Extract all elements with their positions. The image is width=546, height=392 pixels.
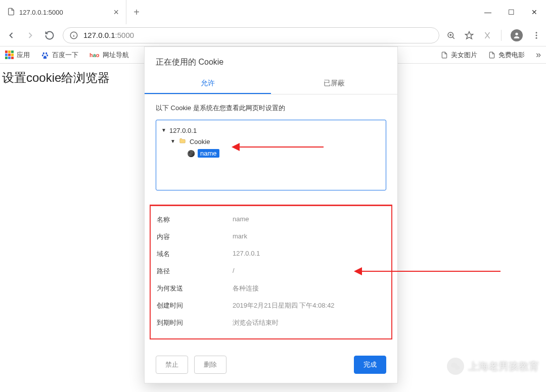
delete-button[interactable]: 删除 [194,356,226,374]
detail-value: 127.0.0.1 [233,250,260,259]
zoom-icon[interactable] [446,31,456,40]
detail-label: 到期时间 [157,318,233,327]
detail-value: 各种连接 [233,284,259,293]
profile-avatar[interactable] [511,29,523,41]
back-button[interactable] [5,29,17,41]
browser-tab[interactable]: 127.0.0.1:5000 × [0,0,126,24]
reload-button[interactable] [43,29,56,41]
svg-point-7 [46,52,47,54]
bookmarks-overflow-icon[interactable]: » [536,50,541,60]
dialog-tabs: 允许 已屏蔽 [145,74,397,94]
cookie-icon [188,150,195,157]
forward-button[interactable] [24,29,36,41]
tab-blocked[interactable]: 已屏蔽 [271,74,397,94]
block-button[interactable]: 禁止 [156,356,188,374]
bookmark-label: 网址导航 [103,51,129,60]
address-bar[interactable]: 127.0.0.1:5000 [63,27,439,43]
tab-title: 127.0.0.1:5000 [19,9,63,16]
dialog-actions: 禁止 删除 完成 [145,348,397,374]
watermark-text: 上海老男孩教育 [468,360,539,373]
tree-host-row[interactable]: ▼ 127.0.0.1 [159,125,383,136]
bookmark-item-2[interactable]: 免费电影 [488,51,525,60]
tree-cookie-label: name [198,149,219,158]
svg-point-8 [42,54,43,56]
svg-point-5 [536,37,537,38]
toolbar-right-icons [446,29,541,41]
browser-titlebar: 127.0.0.1:5000 × + — ☐ ✕ [0,0,546,24]
hao-icon: hao [89,52,100,58]
detail-row-name: 名称name [157,211,385,228]
new-tab-button[interactable]: + [126,0,147,24]
bookmark-label: 免费电影 [498,51,525,60]
toolbar: 127.0.0.1:5000 [0,24,546,46]
done-button[interactable]: 完成 [354,356,386,374]
detail-row-expiry: 到期时间浏览会话结束时 [157,314,385,331]
detail-label: 名称 [157,215,233,224]
baidu-icon [41,51,49,59]
bookmark-item-1[interactable]: 美女图片 [441,51,477,60]
apps-grid-icon [5,51,14,59]
detail-value: 浏览会话结束时 [233,318,279,327]
detail-label: 创建时间 [157,301,233,310]
tree-folder-label: Cookie [190,138,210,145]
svg-point-3 [536,32,537,33]
detail-row-created: 创建时间2019年2月21日星期四 下午4:08:42 [157,297,385,314]
cookie-tree[interactable]: ▼ 127.0.0.1 ▼ Cookie name [156,120,386,190]
close-tab-icon[interactable]: × [113,7,119,18]
folder-icon [178,137,187,146]
star-icon[interactable] [465,31,474,40]
detail-value: name [233,215,249,224]
page-heading: 设置cookie给浏览器 [0,70,112,86]
url-port: :5000 [115,31,134,39]
minimize-button[interactable]: — [476,0,499,24]
detail-value: 2019年2月21日星期四 下午4:08:42 [233,301,335,310]
triangle-down-icon: ▼ [161,127,166,133]
detail-row-domain: 域名127.0.0.1 [157,246,385,263]
tab-allowed[interactable]: 允许 [145,74,271,94]
bookmark-label: 应用 [17,51,30,60]
detail-label: 路径 [157,267,233,276]
cookies-dialog: 正在使用的 Cookie 允许 已屏蔽 以下 Cookie 是系统在您查看此网页… [144,46,398,383]
bookmark-label: 美女图片 [451,51,477,60]
maximize-button[interactable]: ☐ [499,0,523,24]
triangle-down-icon: ▼ [170,138,175,144]
tree-cookie-row[interactable]: name [159,148,383,159]
dialog-title: 正在使用的 Cookie [145,47,397,74]
detail-label: 为何发送 [157,284,233,293]
svg-point-6 [43,52,44,54]
menu-icon[interactable] [532,31,541,40]
page-icon [7,8,15,17]
tree-host-label: 127.0.0.1 [169,127,197,134]
detail-label: 内容 [157,232,233,241]
annotation-arrow [233,146,324,148]
detail-label: 域名 [157,250,233,259]
annotation-arrow [355,271,500,272]
close-window-button[interactable]: ✕ [523,0,546,24]
detail-value: / [233,267,235,276]
dialog-description: 以下 Cookie 是系统在您查看此网页时设置的 [145,94,397,120]
bookmark-apps[interactable]: 应用 [5,51,30,60]
extension-icon[interactable] [483,31,492,40]
detail-row-content: 内容mark [157,228,385,246]
svg-point-9 [47,54,48,56]
wechat-icon [447,358,464,375]
bookmark-baidu[interactable]: 百度一下 [41,51,78,60]
bookmark-label: 百度一下 [52,51,78,60]
toolbar-separator [501,30,502,41]
svg-point-4 [536,34,537,36]
tree-folder-row[interactable]: ▼ Cookie [159,136,383,148]
detail-value: mark [233,232,247,241]
svg-point-11 [455,366,460,370]
bookmark-hao[interactable]: hao 网址导航 [89,51,129,60]
svg-point-2 [515,32,518,35]
url-host: 127.0.0.1 [83,31,115,39]
site-info-icon[interactable] [69,31,78,40]
window-controls: — ☐ ✕ [476,0,546,24]
watermark: 上海老男孩教育 [447,358,539,375]
detail-row-send: 为何发送各种连接 [157,280,385,297]
